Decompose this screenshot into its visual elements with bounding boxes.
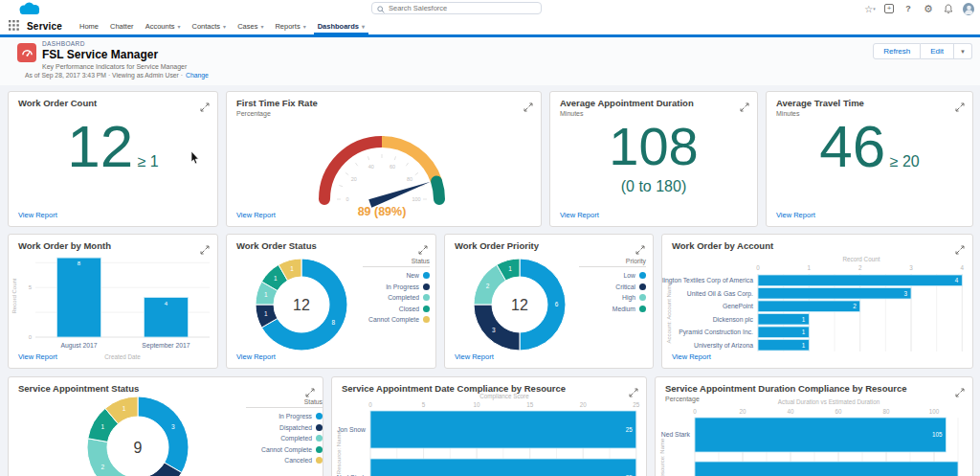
expand-icon[interactable]: [418, 241, 428, 259]
svg-text:1: 1: [802, 316, 806, 323]
svg-text:89 (89%): 89 (89%): [358, 205, 407, 218]
svg-text:60: 60: [390, 164, 395, 170]
view-report-link[interactable]: View Report: [18, 211, 57, 219]
expand-icon[interactable]: [635, 241, 645, 259]
chart-area: Compliance Score051015202525Jon Snow25Ne…: [332, 391, 647, 476]
chart-area: 02040608010089 (89%)(50 to 90): [227, 107, 542, 220]
view-report-link[interactable]: View Report: [455, 352, 494, 361]
legend-item: Cannot Complete: [246, 444, 323, 456]
dashboard-meta: As of Sep 28, 2017 3:43 PM · Viewing as …: [25, 72, 209, 79]
svg-text:6: 6: [555, 301, 559, 307]
salesforce-dashboard-screen: ☆▾ + ? ⚙ Service Home Chatter Accounts▾ …: [0, 0, 980, 476]
svg-text:2: 2: [853, 303, 857, 309]
chart-area: 632112: [445, 252, 589, 367]
svg-text:25: 25: [633, 401, 640, 408]
refresh-button[interactable]: Refresh: [873, 43, 921, 59]
chart-area: Actual Duration vs Estimated Duration020…: [656, 398, 973, 476]
card-sadc: Service Appointment Date Compliance by R…: [331, 376, 647, 476]
svg-text:Compliance Score: Compliance Score: [479, 393, 529, 400]
svg-text:1: 1: [290, 265, 294, 272]
notifications-bell-icon[interactable]: [943, 3, 954, 14]
svg-text:5: 5: [422, 401, 426, 408]
svg-text:1: 1: [802, 342, 806, 349]
svg-text:1: 1: [802, 329, 806, 335]
svg-text:Dickenson plc: Dickenson plc: [713, 316, 754, 324]
tab-home[interactable]: Home: [79, 17, 99, 34]
svg-text:University of Arizona: University of Arizona: [694, 342, 753, 350]
svg-text:4: 4: [955, 277, 959, 283]
card-title: Work Order by Account: [672, 240, 773, 251]
view-report-link[interactable]: View Report: [18, 352, 57, 361]
svg-text:0: 0: [368, 401, 372, 408]
svg-text:1: 1: [508, 265, 512, 272]
tab-cases[interactable]: Cases▾: [237, 17, 263, 34]
chart-area: 058August 20174September 2017Created Dat…: [9, 248, 218, 367]
add-icon[interactable]: +: [884, 4, 894, 13]
global-search[interactable]: [371, 2, 542, 14]
svg-text:5: 5: [29, 284, 33, 290]
chart-area: 46 ≥ 20: [767, 92, 972, 226]
edit-button[interactable]: Edit: [921, 43, 954, 59]
chart-legend: PriorityLowCriticalHighMedium: [579, 258, 646, 314]
svg-text:4: 4: [961, 264, 965, 271]
svg-text:105: 105: [932, 431, 943, 438]
svg-text:0: 0: [756, 264, 760, 271]
chart-area: 12 ≥ 1: [9, 92, 217, 226]
card-ftfr: First Time Fix RatePercentage 0204060801…: [226, 91, 542, 227]
chart-area: 8111112: [227, 252, 370, 367]
svg-text:20: 20: [739, 408, 746, 415]
chevron-down-icon: ▾: [223, 23, 226, 30]
view-report-link[interactable]: View Report: [236, 352, 276, 361]
dashboard-header: DASHBOARD FSL Service Manager Key Perfor…: [0, 37, 980, 85]
svg-text:September 2017: September 2017: [142, 342, 189, 350]
svg-text:Record Count: Record Count: [11, 278, 17, 313]
svg-text:Account: Account Name: Account: Account Name: [666, 282, 672, 344]
avatar[interactable]: [963, 3, 974, 14]
tab-chatter[interactable]: Chatter: [110, 17, 134, 34]
view-report-link[interactable]: View Report: [776, 211, 815, 219]
favorites-star-icon[interactable]: ☆▾: [864, 3, 876, 14]
svg-text:Created Date: Created Date: [104, 353, 141, 360]
change-link[interactable]: Change: [186, 72, 209, 79]
svg-text:10: 10: [474, 401, 481, 408]
app-launcher-icon[interactable]: [9, 17, 19, 34]
legend-item: Low: [579, 270, 646, 282]
svg-text:Actual Duration vs Estimated D: Actual Duration vs Estimated Duration: [778, 398, 880, 405]
metric-value: 108: [609, 115, 698, 178]
card-aad: Average Appointment DurationMinutes 108 …: [549, 91, 758, 227]
card-sas: Service Appointment Status 322119View Re…: [8, 376, 323, 476]
legend-item: Dispatched: [246, 422, 323, 434]
metric-range: ≥ 1: [138, 153, 159, 170]
svg-text:2: 2: [486, 283, 490, 289]
svg-text:Record Count: Record Count: [843, 256, 880, 262]
svg-text:0: 0: [345, 196, 348, 202]
legend-item: In Progress: [363, 282, 430, 293]
more-actions-button[interactable]: ▼: [954, 43, 972, 59]
svg-text:3: 3: [903, 290, 907, 297]
view-report-link[interactable]: View Report: [560, 211, 599, 219]
metric-range: ≥ 20: [890, 153, 920, 170]
tab-reports[interactable]: Reports▾: [275, 17, 305, 34]
search-input[interactable]: [389, 4, 536, 12]
svg-text:1: 1: [264, 291, 268, 298]
app-tab-bar: Service Home Chatter Accounts▾ Contacts▾…: [0, 17, 980, 34]
svg-text:Burlington Textiles Corp of Am: Burlington Textiles Corp of America: [662, 277, 753, 284]
svg-text:40: 40: [787, 408, 794, 415]
svg-text:8: 8: [332, 319, 336, 326]
svg-text:Pyramid Construction Inc.: Pyramid Construction Inc.: [679, 329, 753, 336]
svg-text:1: 1: [100, 423, 104, 430]
view-report-link[interactable]: View Report: [672, 352, 711, 361]
search-icon: [377, 0, 385, 17]
card-woba: Work Order by Account Record Count012344…: [661, 234, 973, 369]
chevron-down-icon: ▾: [362, 23, 365, 30]
tab-dashboards[interactable]: Dashboards▾: [318, 17, 365, 34]
view-report-link[interactable]: View Report: [236, 211, 276, 219]
chevron-down-icon: ▾: [303, 23, 306, 30]
tab-accounts[interactable]: Accounts▾: [145, 17, 181, 34]
legend-item: Critical: [579, 282, 646, 293]
tab-contacts[interactable]: Contacts▾: [192, 17, 227, 34]
svg-text:20: 20: [351, 176, 357, 182]
help-icon[interactable]: ?: [902, 3, 914, 14]
svg-text:1: 1: [808, 264, 812, 271]
setup-gear-icon[interactable]: ⚙: [923, 3, 934, 14]
